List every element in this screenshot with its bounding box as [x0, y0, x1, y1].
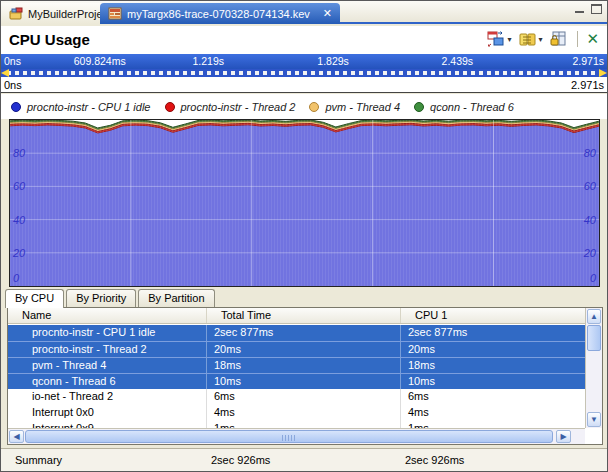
cell-name: io-net - Thread 2 [8, 389, 207, 405]
close-view-icon[interactable]: ✕ [586, 31, 599, 47]
timeline-ruler[interactable]: 0ns609.824ms1.219s1.829s2.439s2.971s [1, 54, 607, 69]
table-row[interactable]: qconn - Thread 610ms10ms [8, 373, 585, 389]
table-row[interactable]: Interrupt 0x91ms1ms [8, 421, 585, 428]
table-body: procnto-instr - CPU 1 idle2sec 877ms2sec… [8, 325, 585, 428]
tab-label: MyBuilderProject [28, 8, 111, 20]
timeline-scale-row: 0ns 2.971s [1, 77, 607, 93]
legend-item: pvm - Thread 4 [309, 101, 400, 113]
filter-icon [519, 32, 536, 47]
scroll-left-icon[interactable]: ◀ [9, 430, 24, 443]
svg-text:0: 0 [590, 272, 597, 284]
selection-handle-left-icon[interactable] [1, 69, 9, 77]
selection-dashes [7, 71, 601, 75]
view-window-controls [574, 4, 602, 14]
timeline-tick: 2.439s [442, 55, 474, 67]
view-tabs: By CPUBy PriorityBy Partition [5, 289, 215, 307]
summary-total-time: 2sec 926ms [202, 449, 396, 471]
pane-layout-button[interactable]: ▾ [485, 30, 513, 48]
lock-table-icon [550, 31, 567, 47]
scroll-grip [282, 435, 296, 441]
toolbar-separator [577, 31, 578, 47]
scroll-up-icon[interactable]: ▲ [587, 309, 601, 324]
scroll-down-icon[interactable]: ▼ [587, 412, 601, 427]
cell-cpu1: 18ms [401, 358, 585, 373]
legend-dot-icon [11, 102, 21, 112]
minimize-icon[interactable] [574, 4, 585, 14]
chevron-down-icon: ▾ [538, 35, 542, 44]
table-row[interactable]: io-net - Thread 26ms6ms [8, 389, 585, 405]
svg-text:20: 20 [583, 247, 597, 259]
cell-cpu1: 2sec 877ms [401, 325, 585, 341]
scale-start: 0ns [4, 79, 22, 91]
cell-total: 1ms [207, 421, 401, 428]
svg-text:80: 80 [13, 147, 26, 159]
table-row[interactable]: procnto-instr - Thread 220ms20ms [8, 341, 585, 357]
selection-handle-right-icon[interactable] [599, 69, 607, 77]
legend-item: qconn - Thread 6 [414, 101, 514, 113]
table-row[interactable]: procnto-instr - CPU 1 idle2sec 877ms2sec… [8, 325, 585, 341]
cell-name: Interrupt 0x9 [8, 421, 207, 428]
cell-total: 4ms [207, 405, 401, 421]
legend-label: procnto-instr - Thread 2 [181, 101, 296, 113]
cell-cpu1: 4ms [401, 405, 585, 421]
svg-text:20: 20 [12, 247, 26, 259]
area-chart-canvas: 002020404060608080 [10, 120, 599, 286]
cell-total: 18ms [207, 358, 401, 373]
horizontal-scrollbar[interactable]: ◀ ▶ [8, 428, 585, 444]
svg-text:60: 60 [13, 180, 26, 192]
maximize-icon[interactable] [591, 4, 602, 14]
tab-label: myTargx86-trace-070328-074134.kev [127, 8, 310, 20]
cell-total: 10ms [207, 374, 401, 389]
lock-table-button[interactable] [548, 30, 569, 48]
cell-cpu1: 6ms [401, 389, 585, 405]
legend-label: procnto-instr - CPU 1 idle [27, 101, 151, 113]
cell-total: 20ms [207, 342, 401, 357]
tab-close-icon[interactable]: ✕ [323, 7, 332, 20]
chevron-down-icon: ▾ [507, 35, 511, 44]
summary-cpu1: 2sec 926ms [396, 449, 464, 471]
svg-text:0: 0 [13, 272, 20, 284]
cell-cpu1: 10ms [401, 374, 585, 389]
timeline-tick: 0ns [4, 55, 21, 67]
table-row[interactable]: Interrupt 0x04ms4ms [8, 405, 585, 421]
cell-cpu1: 20ms [401, 342, 585, 357]
legend: procnto-instr - CPU 1 idleprocnto-instr … [1, 94, 607, 119]
cell-name: procnto-instr - Thread 2 [8, 342, 207, 357]
view-toolbar: ▾ ▾ ✕ [485, 30, 599, 48]
scroll-right-icon[interactable]: ▶ [556, 430, 571, 443]
legend-dot-icon [165, 102, 175, 112]
cell-name: qconn - Thread 6 [8, 374, 207, 389]
usage-table: Name Total Time CPU 1 procnto-instr - CP… [7, 307, 603, 445]
legend-item: procnto-instr - Thread 2 [165, 101, 296, 113]
timeline-selection-band[interactable] [1, 69, 607, 77]
cpu-usage-chart[interactable]: 002020404060608080 [9, 119, 600, 287]
vertical-scrollbar[interactable]: ▲ ▼ [585, 308, 602, 428]
tab-by-priority[interactable]: By Priority [66, 289, 136, 307]
cell-name: Interrupt 0x0 [8, 405, 207, 421]
svg-text:40: 40 [13, 214, 26, 226]
tab-by-cpu[interactable]: By CPU [5, 289, 64, 308]
svg-text:80: 80 [584, 147, 597, 159]
legend-dot-icon [309, 102, 319, 112]
page-title: CPU Usage [9, 31, 90, 48]
tab-trace-file[interactable]: myTargx86-trace-070328-074134.kev ✕ [100, 3, 340, 24]
cell-name: pvm - Thread 4 [8, 358, 207, 373]
cell-total: 2sec 877ms [207, 325, 401, 341]
table-row[interactable]: pvm - Thread 418ms18ms [8, 357, 585, 373]
timeline-tick: 1.829s [317, 55, 349, 67]
builder-project-icon [9, 7, 23, 20]
timeline-tick: 609.824ms [74, 55, 126, 67]
vertical-scroll-thumb[interactable] [587, 325, 601, 351]
timeline-tick: 2.971s [572, 55, 604, 67]
svg-text:40: 40 [584, 214, 597, 226]
column-header-cpu1[interactable]: CPU 1 [401, 308, 585, 323]
tab-by-partition[interactable]: By Partition [138, 289, 214, 307]
cell-cpu1: 1ms [401, 421, 585, 428]
filter-button[interactable]: ▾ [517, 31, 544, 48]
column-header-name[interactable]: Name [8, 308, 207, 323]
timeline-tick: 1.219s [192, 55, 224, 67]
horizontal-scroll-thumb[interactable] [25, 430, 553, 443]
legend-item: procnto-instr - CPU 1 idle [11, 101, 151, 113]
column-header-total-time[interactable]: Total Time [207, 308, 401, 323]
legend-label: qconn - Thread 6 [430, 101, 514, 113]
